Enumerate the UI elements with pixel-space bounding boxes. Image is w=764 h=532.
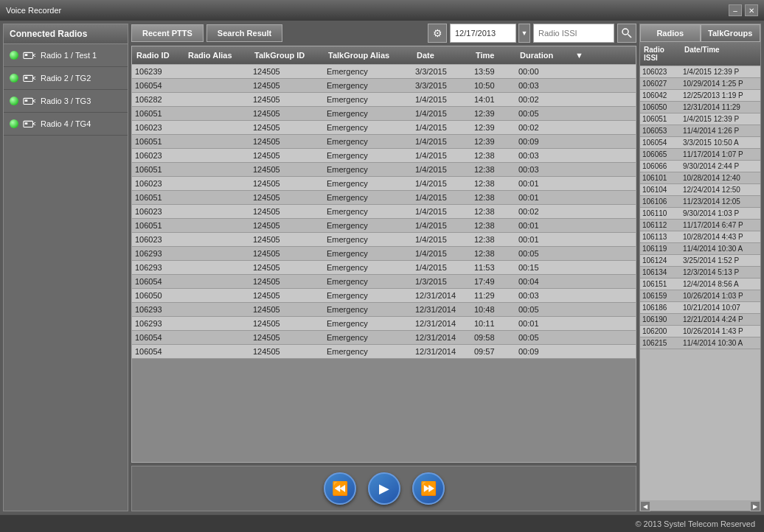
table-row[interactable]: 106293 124505 Emergency 1/4/2015 11:53 0…: [132, 261, 636, 275]
radio-item-1[interactable]: Radio 1 / Test 1: [4, 44, 128, 67]
right-table-row[interactable]: 106113 10/28/2014 4:43 P: [640, 231, 760, 243]
table-row[interactable]: 106293 124505 Emergency 12/31/2014 10:11…: [132, 317, 636, 331]
search-result-tab[interactable]: Search Result: [206, 24, 282, 42]
table-row[interactable]: 106239 124505 Emergency 3/3/2015 13:59 0…: [132, 65, 636, 79]
radio-item-4[interactable]: Radio 4 / TG4: [4, 113, 128, 136]
cell-duration: 00:09: [515, 135, 571, 148]
right-table-row[interactable]: 106065 11/17/2014 1:07 P: [640, 149, 760, 161]
left-panel: Connected Radios Radio 1 / Test 1: [3, 24, 128, 511]
date-input[interactable]: [450, 24, 516, 43]
table-row[interactable]: 106023 124505 Emergency 1/4/2015 12:39 0…: [132, 121, 636, 135]
cell-action: [571, 233, 586, 246]
right-table-row[interactable]: 106124 3/25/2014 1:52 P: [640, 255, 760, 267]
right-table-row[interactable]: 106215 11/4/2014 10:30 A: [640, 337, 760, 349]
table-row[interactable]: 106023 124505 Emergency 1/4/2015 12:38 0…: [132, 205, 636, 219]
right-table-row[interactable]: 106119 11/4/2014 10:30 A: [640, 243, 760, 255]
table-row[interactable]: 106293 124505 Emergency 12/31/2014 10:48…: [132, 303, 636, 317]
right-cell-datetime: 11/4/2014 10:30 A: [681, 243, 760, 254]
cell-duration: 00:00: [515, 65, 571, 78]
right-table-row[interactable]: 106051 1/4/2015 12:39 P: [640, 113, 760, 125]
table-row[interactable]: 106051 124505 Emergency 1/4/2015 12:38 0…: [132, 191, 636, 205]
scroll-left-button[interactable]: ◀: [640, 501, 650, 511]
table-row[interactable]: 106054 124505 Emergency 3/3/2015 10:50 0…: [132, 79, 636, 93]
table-row[interactable]: 106282 124505 Emergency 1/4/2015 14:01 0…: [132, 93, 636, 107]
right-table-row[interactable]: 106159 10/26/2014 1:03 P: [640, 290, 760, 302]
recent-ptts-tab[interactable]: Recent PTTS: [131, 24, 204, 42]
settings-button[interactable]: ⚙: [428, 24, 447, 43]
cell-date: 1/4/2015: [412, 135, 471, 148]
table-row[interactable]: 106293 124505 Emergency 1/4/2015 12:38 0…: [132, 247, 636, 261]
right-table-row[interactable]: 106053 11/4/2014 1:26 P: [640, 125, 760, 137]
table-row[interactable]: 106023 124505 Emergency 1/4/2015 12:38 0…: [132, 177, 636, 191]
right-table-row[interactable]: 106023 1/4/2015 12:39 P: [640, 66, 760, 78]
right-table-row[interactable]: 106066 9/30/2014 2:44 P: [640, 161, 760, 172]
radio-item-3[interactable]: Radio 3 / TG3: [4, 90, 128, 113]
table-row[interactable]: 106023 124505 Emergency 1/4/2015 12:38 0…: [132, 233, 636, 247]
right-table-row[interactable]: 106112 11/17/2014 6:47 P: [640, 220, 760, 231]
svg-line-14: [33, 122, 36, 124]
right-table-row[interactable]: 106101 10/28/2014 12:40: [640, 172, 760, 184]
table-row[interactable]: 106051 124505 Emergency 1/4/2015 12:39 0…: [132, 135, 636, 149]
table-row[interactable]: 106054 124505 Emergency 1/3/2015 17:49 0…: [132, 275, 636, 289]
play-button[interactable]: ▶: [368, 472, 400, 505]
cell-radio-alias: [184, 79, 250, 92]
cell-talkgroup-alias: Emergency: [324, 135, 412, 148]
search-button[interactable]: [617, 24, 636, 43]
cell-action: [571, 219, 586, 232]
cell-date: 1/4/2015: [412, 107, 471, 120]
svg-rect-13: [25, 122, 28, 125]
talkgroups-tab[interactable]: TalkGroups: [701, 24, 761, 42]
right-table-row[interactable]: 106200 10/26/2014 1:43 P: [640, 326, 760, 337]
right-cell-issi: 106066: [640, 161, 681, 172]
scroll-right-button[interactable]: ▶: [750, 501, 760, 511]
table-row[interactable]: 106050 124505 Emergency 12/31/2014 11:29…: [132, 289, 636, 303]
right-table-row[interactable]: 106110 9/30/2014 1:03 P: [640, 208, 760, 220]
right-table-row[interactable]: 106186 10/21/2014 10:07: [640, 302, 760, 314]
fast-forward-button[interactable]: ⏩: [412, 472, 445, 505]
table-row[interactable]: 106054 124505 Emergency 12/31/2014 09:58…: [132, 331, 636, 345]
right-table-row[interactable]: 106151 12/4/2014 8:56 A: [640, 279, 760, 290]
cell-talkgroup-alias: Emergency: [324, 205, 412, 218]
cell-talkgroup-alias: Emergency: [324, 65, 412, 78]
cell-date: 1/4/2015: [412, 247, 471, 260]
cell-talkgroup-alias: Emergency: [324, 233, 412, 246]
right-table-row[interactable]: 106134 12/3/2014 5:13 P: [640, 267, 760, 279]
right-table-row[interactable]: 106054 3/3/2015 10:50 A: [640, 137, 760, 149]
cell-date: 1/4/2015: [412, 191, 471, 204]
cell-talkgroup-id: 124505: [250, 177, 324, 190]
right-table-row[interactable]: 106042 12/25/2013 1:19 P: [640, 90, 760, 102]
cell-talkgroup-alias: Emergency: [324, 191, 412, 204]
right-table-row[interactable]: 106050 12/31/2014 11:29: [640, 102, 760, 113]
cell-date: 3/3/2015: [412, 65, 471, 78]
radio-status-dot-2: [10, 74, 18, 83]
right-table-row[interactable]: 106027 10/29/2014 1:25 P: [640, 78, 760, 90]
right-table-row[interactable]: 106104 12/24/2014 12:50: [640, 184, 760, 196]
svg-rect-1: [25, 54, 28, 56]
right-col-datetime: Date/Time: [682, 44, 759, 63]
cell-time: 12:39: [471, 107, 515, 120]
minimize-button[interactable]: –: [729, 4, 742, 16]
cell-radio-alias: [184, 289, 250, 302]
radios-tab[interactable]: Radios: [640, 24, 701, 42]
radio-item-2[interactable]: Radio 2 / TG2: [4, 67, 128, 90]
center-panel: Recent PTTS Search Result ⚙ ▼ Radio ID R…: [131, 24, 636, 511]
right-table-row[interactable]: 106106 11/23/2014 12:05: [640, 196, 760, 208]
cell-radio-alias: [184, 331, 250, 344]
table-row[interactable]: 106054 124505 Emergency 12/31/2014 09:57…: [132, 345, 636, 359]
close-button[interactable]: ✕: [745, 4, 758, 16]
table-row[interactable]: 106051 124505 Emergency 1/4/2015 12:38 0…: [132, 163, 636, 177]
rewind-button[interactable]: ⏪: [324, 472, 356, 505]
right-table-row[interactable]: 106190 12/21/2014 4:24 P: [640, 314, 760, 326]
cell-date: 1/4/2015: [412, 163, 471, 176]
cell-duration: 00:02: [515, 205, 571, 218]
cell-radio-id: 106023: [132, 149, 184, 162]
cell-duration: 00:05: [515, 303, 571, 316]
date-dropdown-button[interactable]: ▼: [518, 24, 530, 43]
right-cell-issi: 106134: [640, 267, 681, 278]
table-row[interactable]: 106051 124505 Emergency 1/4/2015 12:38 0…: [132, 219, 636, 233]
right-cell-issi: 106119: [640, 243, 681, 254]
table-row[interactable]: 106051 124505 Emergency 1/4/2015 12:39 0…: [132, 107, 636, 121]
table-row[interactable]: 106023 124505 Emergency 1/4/2015 12:38 0…: [132, 149, 636, 163]
cell-radio-alias: [184, 121, 250, 134]
radio-issi-input[interactable]: [533, 24, 614, 43]
